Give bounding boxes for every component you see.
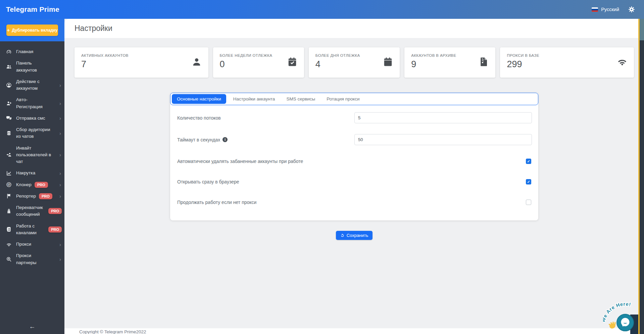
sync-icon — [340, 233, 345, 238]
wifi-icon — [617, 57, 627, 68]
stat-card-week-rest: БОЛЕЕ НЕДЕЛИ ОТЛЕЖКА 0 — [213, 47, 304, 78]
sidebar-collapse-button[interactable]: ← — [0, 319, 64, 334]
arrow-left-icon: ← — [29, 323, 36, 330]
chevron-right-icon: › — [59, 182, 61, 187]
calendar-check-icon — [287, 57, 297, 68]
dashboard-icon — [6, 49, 16, 55]
plus-icon: + — [7, 28, 10, 33]
sidebar-item-home[interactable]: Главная — [0, 46, 64, 57]
brand-logo: Telegram Prime — [6, 5, 59, 13]
tab-sms-services[interactable]: SMS сервисы — [281, 94, 320, 104]
tab-main-settings[interactable]: Основные настройки — [172, 94, 226, 104]
russian-flag-icon — [592, 7, 598, 12]
chevron-right-icon: › — [59, 257, 61, 262]
chevron-right-icon: › — [59, 242, 61, 247]
chevron-right-icon: › — [59, 116, 61, 121]
sidebar-item-send-sms[interactable]: Отправка смс › — [0, 113, 64, 124]
save-button[interactable]: Сохранить — [336, 231, 373, 240]
timeout-seconds-input[interactable] — [354, 134, 532, 145]
page-title: Настройки — [75, 24, 112, 33]
interceptor-icon — [6, 208, 16, 214]
sidebar-item-auto-registration[interactable]: Авто-Регистрация › — [0, 94, 64, 113]
form-row-threads: Количество потоков — [177, 112, 532, 123]
chevron-right-icon: › — [59, 152, 61, 157]
search-plus-icon — [6, 256, 16, 262]
check-icon: ✓ — [527, 180, 530, 184]
users-icon — [6, 64, 16, 70]
address-book-icon — [6, 226, 16, 232]
svg-text:@: @ — [7, 183, 10, 186]
pro-badge: PRO — [39, 193, 52, 199]
sidebar-item-proxy[interactable]: Прокси › — [0, 239, 64, 250]
gear-icon[interactable] — [628, 6, 635, 13]
sidebar-item-accounts-panel[interactable]: Панель аккаунтов — [0, 57, 64, 76]
sidebar-header: + Дублировать вкладку — [0, 19, 64, 41]
at-circle-icon: @ — [6, 182, 16, 187]
field-label: Таймаут в секундах i — [177, 137, 228, 142]
pro-badge: PRO — [35, 182, 48, 188]
settings-tabs: Основные настройки Настройки аккаунта SM… — [170, 93, 538, 105]
chat-panel-edge — [640, 19, 644, 334]
language-label: Русский — [601, 7, 619, 12]
sidebar-item-cloner[interactable]: @ Клонер PRO › — [0, 179, 64, 191]
topbar: Telegram Prime Русский — [0, 0, 644, 19]
sidebar-item-audience-collect[interactable]: Сбор аудитории из чатов › — [0, 124, 64, 142]
stats-row: АКТИВНЫХ АККАУНТОВ 7 БОЛЕЕ НЕДЕЛИ ОТЛЕЖК… — [75, 47, 634, 78]
form-row-open-browser: Открывать сразу в браузере ✓ — [177, 179, 532, 184]
copyright-text: Copyright © Telegram Prime2022 — [79, 329, 146, 334]
form-row-autodelete: Автоматически удалять забаненные аккаунт… — [177, 159, 532, 164]
stat-card-proxies: ПРОКСИ В БАЗЕ 299 — [500, 47, 634, 78]
duplicate-tab-button[interactable]: + Дублировать вкладку — [6, 25, 58, 36]
chevron-right-icon: › — [59, 101, 61, 106]
field-label: Количество потоков — [177, 115, 221, 121]
flag-icon — [6, 193, 16, 199]
sidebar-item-channels[interactable]: Работа с каналами PRO › — [0, 220, 64, 239]
tab-account-settings[interactable]: Настройки аккаунта — [228, 94, 280, 104]
chevron-right-icon: › — [59, 194, 61, 199]
chart-line-icon — [6, 170, 16, 176]
autodelete-banned-checkbox[interactable]: ✓ — [526, 159, 531, 164]
stat-value: 4 — [315, 59, 393, 70]
calendar-icon — [383, 57, 393, 68]
chevron-right-icon: › — [59, 171, 61, 176]
chat-widget[interactable]: We Are Here! — [603, 298, 642, 333]
language-selector[interactable]: Русский — [592, 7, 619, 12]
checkbox-label: Открывать сразу в браузере — [177, 179, 239, 184]
threads-count-input[interactable] — [354, 112, 532, 123]
checkbox-label: Автоматически удалять забаненные аккаунт… — [177, 159, 303, 164]
form-row-timeout: Таймаут в секундах i — [177, 134, 532, 145]
main-area: Настройки АКТИВНЫХ АККАУНТОВ 7 БОЛЕЕ НЕД… — [64, 19, 644, 334]
chat-bubble-button — [617, 314, 634, 331]
sidebar-item-message-interceptor[interactable]: Перехватчик сообщений PRO › — [0, 202, 64, 220]
settings-panel: Основные настройки Настройки аккаунта SM… — [170, 93, 538, 220]
continue-without-proxy-checkbox[interactable]: ✓ — [526, 200, 531, 205]
stat-card-archived-accounts: АККАУНТОВ В АРХИВЕ 9 — [404, 47, 495, 78]
sidebar: + Дублировать вкладку Главная Панель акк… — [0, 19, 64, 334]
footer: Copyright © Telegram Prime2022 — [64, 328, 644, 334]
sidebar-item-boosting[interactable]: Накрутка › — [0, 167, 64, 179]
user-plus-icon — [6, 100, 16, 106]
sidebar-item-proxy-partners[interactable]: Прокси партнеры › — [0, 250, 64, 268]
wifi-icon — [6, 242, 16, 247]
stat-value: 0 — [220, 59, 297, 70]
user-icon — [192, 57, 202, 68]
sidebar-nav: Главная Панель аккаунтов Действие с акка… — [0, 41, 64, 319]
chevron-right-icon: › — [59, 83, 61, 88]
sidebar-item-account-action[interactable]: Действие с аккаунтом › — [0, 76, 64, 94]
checkbox-label: Продолжать работу если нет прокси — [177, 200, 256, 205]
tab-proxy-rotation[interactable]: Ротация прокси — [321, 94, 364, 104]
open-in-browser-checkbox[interactable]: ✓ — [526, 179, 531, 184]
stat-value: 9 — [411, 59, 489, 70]
invite-icon — [6, 152, 16, 158]
chevron-right-icon: › — [59, 131, 61, 136]
chevron-right-icon: › — [59, 227, 61, 232]
form-row-continue-no-proxy: Продолжать работу если нет прокси ✓ — [177, 200, 532, 205]
sidebar-item-reporter[interactable]: Репортер PRO › — [0, 191, 64, 202]
settings-form: Количество потоков Таймаут в секундах i … — [170, 105, 538, 220]
stat-card-day-rest: БОЛЕЕ ДНЯ ОТЛЕЖКА 4 — [309, 47, 400, 78]
sidebar-item-invite-users[interactable]: Инвайт пользователей в чат › — [0, 142, 64, 168]
stat-card-active-accounts: АКТИВНЫХ АККАУНТОВ 7 — [75, 47, 208, 78]
waving-hand-icon — [605, 321, 618, 333]
info-icon[interactable]: i — [222, 137, 228, 142]
database-icon — [6, 130, 16, 136]
